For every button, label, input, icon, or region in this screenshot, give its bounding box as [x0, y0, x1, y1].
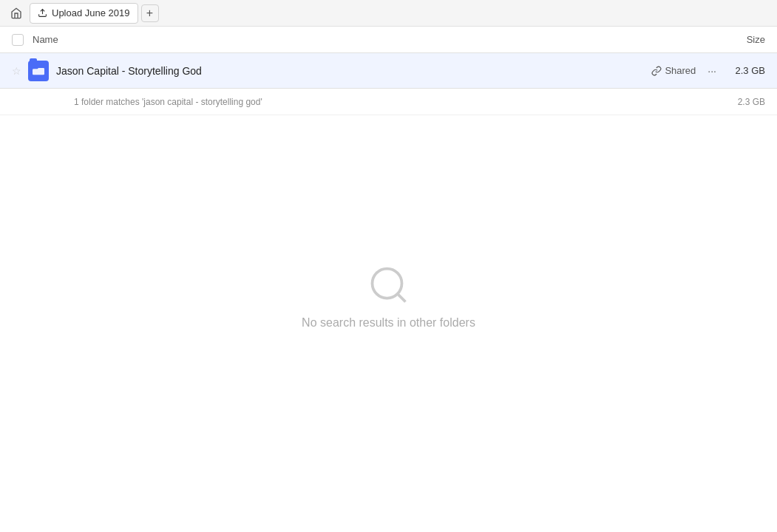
folder-svg — [33, 66, 44, 76]
file-row[interactable]: ☆ Jason Capital - Storytelling God Share… — [0, 53, 777, 89]
empty-search-icon — [367, 263, 411, 307]
match-size: 2.3 GB — [719, 97, 771, 107]
tab-label: Upload June 2019 — [52, 7, 130, 18]
select-all-checkbox-col[interactable] — [6, 34, 30, 46]
table-header: Name Size — [0, 27, 777, 53]
svg-line-2 — [397, 294, 405, 302]
shared-label: Shared — [665, 65, 696, 76]
top-bar: Upload June 2019 + — [0, 0, 777, 27]
breadcrumb-tab[interactable]: Upload June 2019 — [30, 3, 138, 24]
file-actions: Shared ··· — [651, 62, 719, 80]
home-button[interactable] — [6, 3, 27, 24]
file-size: 2.3 GB — [719, 65, 771, 76]
empty-message: No search results in other folders — [302, 316, 475, 330]
star-icon: ☆ — [12, 65, 21, 77]
svg-point-1 — [372, 269, 401, 299]
match-info-row: 1 folder matches 'jason capital - storyt… — [0, 89, 777, 115]
row-checkbox-col[interactable] — [27, 61, 50, 81]
more-icon: ··· — [708, 65, 716, 77]
folder-icon — [28, 61, 49, 81]
match-text: 1 folder matches 'jason capital - storyt… — [74, 97, 719, 107]
file-name: Jason Capital - Storytelling God — [50, 65, 651, 77]
name-column-header: Name — [30, 34, 712, 45]
empty-state: No search results in other folders — [0, 263, 777, 330]
home-icon — [10, 7, 22, 19]
size-column-header: Size — [712, 34, 771, 45]
more-options-button[interactable]: ··· — [705, 62, 719, 80]
new-tab-button[interactable]: + — [141, 4, 159, 22]
star-button[interactable]: ☆ — [6, 65, 27, 77]
upload-icon — [38, 8, 47, 18]
shared-badge: Shared — [651, 65, 696, 76]
link-icon — [651, 66, 662, 76]
select-all-checkbox[interactable] — [12, 34, 24, 46]
